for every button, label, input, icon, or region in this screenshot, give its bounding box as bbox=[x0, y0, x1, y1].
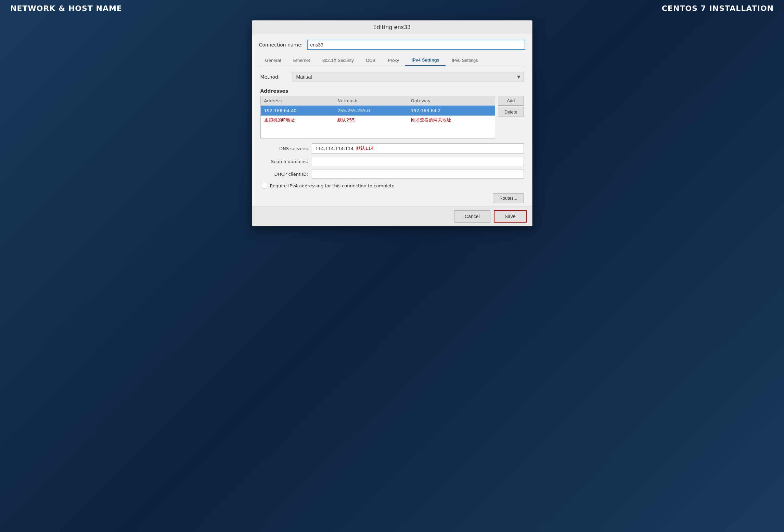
dns-input-wrapper[interactable]: 114.114.114.114 默认114 bbox=[312, 143, 524, 154]
search-domains-label: Search domains: bbox=[260, 159, 308, 164]
save-button[interactable]: Save bbox=[494, 210, 527, 223]
addresses-table-wrapper: Address Netmask Gateway 192.168.64.40 25… bbox=[260, 96, 495, 138]
addresses-title: Addresses bbox=[260, 88, 524, 94]
dns-servers-row: DNS servers: 114.114.114.114 默认114 bbox=[260, 143, 524, 154]
dialog-title: Editing ens33 bbox=[373, 24, 411, 30]
annotation-netmask: 默认255 bbox=[334, 116, 408, 124]
table-annotation-row: 虚拟机的IP地址 默认255 刚才查看的网关地址 bbox=[261, 116, 495, 124]
table-header-row: Address Netmask Gateway bbox=[261, 96, 495, 106]
form-section: Method: Manual Automatic (DHCP) Link-Loc… bbox=[259, 72, 525, 203]
checkbox-label: Require IPv4 addressing for this connect… bbox=[270, 183, 395, 188]
tabs-bar: General Ethernet 802.1X Security DCB Pro… bbox=[259, 55, 525, 66]
checkbox-row: Require IPv4 addressing for this connect… bbox=[262, 183, 524, 188]
search-domains-input[interactable] bbox=[312, 157, 524, 166]
dhcp-client-id-label: DHCP client ID: bbox=[260, 172, 308, 177]
tab-ethernet[interactable]: Ethernet bbox=[287, 55, 316, 66]
col-address: Address bbox=[261, 96, 334, 106]
dns-annotation: 默认114 bbox=[356, 145, 374, 151]
cell-address: 192.168.64.40 bbox=[261, 106, 334, 116]
method-select[interactable]: Manual Automatic (DHCP) Link-Local Only … bbox=[293, 72, 524, 82]
cell-netmask: 255.255.255.0 bbox=[334, 106, 408, 116]
centos-installation-title: CENTOS 7 INSTALLATION bbox=[662, 4, 774, 13]
tab-ipv4[interactable]: IPv4 Settings bbox=[405, 55, 446, 66]
addresses-section: Addresses Address Netmask Gateway bbox=[260, 88, 524, 138]
connection-name-label: Connection name: bbox=[259, 42, 303, 48]
connection-name-row: Connection name: bbox=[259, 40, 525, 50]
dialog-overlay: Editing ens33 Connection name: General E… bbox=[0, 17, 784, 226]
delete-button[interactable]: Delete bbox=[498, 107, 524, 117]
dhcp-client-id-input[interactable] bbox=[312, 170, 524, 179]
routes-button[interactable]: Routes... bbox=[493, 193, 524, 203]
method-select-wrapper: Manual Automatic (DHCP) Link-Local Only … bbox=[293, 72, 524, 82]
annotation-address: 虚拟机的IP地址 bbox=[261, 116, 334, 124]
tab-8021x[interactable]: 802.1X Security bbox=[316, 55, 360, 66]
dns-servers-label: DNS servers: bbox=[260, 146, 308, 151]
dialog-content: Connection name: General Ethernet 802.1X… bbox=[252, 34, 532, 207]
ipv4-require-checkbox[interactable] bbox=[262, 183, 267, 188]
col-netmask: Netmask bbox=[334, 96, 408, 106]
col-gateway: Gateway bbox=[408, 96, 495, 106]
empty-row bbox=[261, 124, 495, 138]
dialog-bottom: Cancel Save bbox=[252, 207, 532, 226]
editing-dialog: Editing ens33 Connection name: General E… bbox=[252, 20, 532, 226]
dhcp-client-id-row: DHCP client ID: bbox=[260, 170, 524, 179]
method-label: Method: bbox=[260, 74, 288, 80]
table-row[interactable]: 192.168.64.40 255.255.255.0 192.168.64.2 bbox=[261, 106, 495, 116]
cancel-button[interactable]: Cancel bbox=[454, 210, 490, 223]
connection-name-input[interactable] bbox=[307, 40, 525, 50]
add-button[interactable]: Add bbox=[498, 96, 524, 106]
tab-proxy[interactable]: Proxy bbox=[382, 55, 405, 66]
addresses-table: Address Netmask Gateway 192.168.64.40 25… bbox=[261, 96, 495, 138]
cell-gateway: 192.168.64.2 bbox=[408, 106, 495, 116]
addresses-table-buttons: Add Delete bbox=[498, 96, 524, 138]
method-row: Method: Manual Automatic (DHCP) Link-Loc… bbox=[260, 72, 524, 82]
tab-general[interactable]: General bbox=[259, 55, 287, 66]
dns-value: 114.114.114.114 bbox=[316, 146, 354, 151]
annotation-gateway: 刚才查看的网关地址 bbox=[408, 116, 495, 124]
search-domains-row: Search domains: bbox=[260, 157, 524, 166]
tab-dcb[interactable]: DCB bbox=[360, 55, 382, 66]
top-bar: NETWORK & HOST NAME CENTOS 7 INSTALLATIO… bbox=[0, 0, 784, 17]
network-host-name-title: NETWORK & HOST NAME bbox=[10, 4, 122, 13]
routes-row: Routes... bbox=[260, 193, 524, 203]
tab-ipv6[interactable]: IPv6 Settings bbox=[446, 55, 484, 66]
dialog-titlebar: Editing ens33 bbox=[252, 21, 532, 34]
addresses-table-area: Address Netmask Gateway 192.168.64.40 25… bbox=[260, 96, 524, 138]
